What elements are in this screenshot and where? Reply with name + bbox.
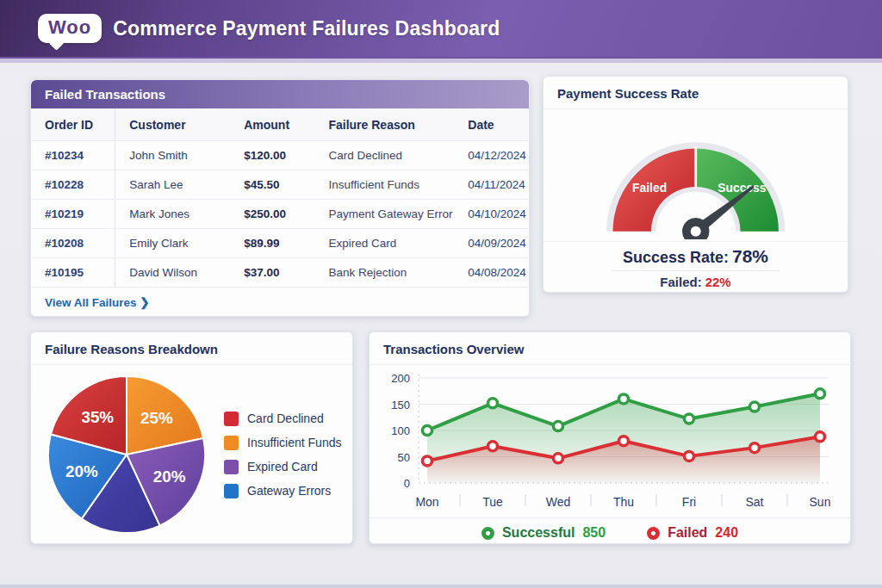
failed-rate-label: Failed: [660,275,701,289]
y-tick-label: 50 [398,451,410,464]
legend-label: Insufficient Funds [247,436,341,449]
pie-legend-item: Card Declined [224,412,341,426]
failure-reason-cell: Insufficient Funds [314,178,454,191]
failed-legend-dot [647,527,660,540]
column-header-amount: Amount [230,118,314,132]
amount-cell: $250.00 [230,207,314,220]
pie-legend-item: Gateway Errors [224,484,341,498]
gauge-needle-hub-center [690,226,700,237]
pie-slice-label: 35% [81,408,114,426]
y-tick-label: 0 [404,477,410,490]
legend-label: Expired Card [247,460,318,473]
failed-legend-value: 240 [715,525,738,541]
pie-legend-item: Insufficient Funds [224,436,341,450]
x-tick-label: Thu [613,495,634,509]
failed-rate-value: 22% [705,275,731,289]
view-all-failures-link[interactable]: View All Failures ❯ [31,288,529,317]
successful-legend-value: 850 [582,525,606,541]
pie-content: 25%20%20%35% Card DeclinedInsufficient F… [31,365,352,540]
y-tick-label: 100 [391,424,410,437]
legend-swatch [224,460,239,474]
column-header-customer: Customer [115,118,230,132]
successful-legend-label: Successful [502,525,575,541]
line-chart-legend: Successful 850 Failed 240 [370,517,850,541]
successful-legend-dot [481,527,494,540]
x-tick-label: Tue [482,495,503,509]
pie-panel-title: Failure Reasons Breakdown [31,332,352,365]
x-tick-label: Sat [745,495,763,509]
failed-rate-readout: Failed:22% [543,275,848,289]
data-point-marker [685,451,694,461]
legend-label: Gateway Errors [247,484,331,498]
date-cell: 04/12/2024 [454,149,529,162]
pie-chart-svg: 25%20%20%35% [41,369,212,540]
data-point-marker [816,432,825,442]
amount-cell: $37.00 [230,266,314,279]
amount-cell: $120.00 [230,149,314,162]
x-tick-label: Wed [546,495,571,509]
data-point-marker [750,402,760,412]
data-point-marker [619,394,629,404]
transactions-body: #10234John Smith$120.00Card Declined04/1… [31,141,529,288]
failure-reason-cell: Card Declined [314,149,454,162]
pie-legend: Card DeclinedInsufficient FundsExpired C… [224,412,341,498]
pie-slice-label: 25% [140,409,173,427]
legend-swatch [224,412,239,426]
customer-cell: Mark Jones [115,207,230,220]
header-divider-light [0,59,882,63]
gauge-chart: Failed Success [576,112,816,239]
pie-slice-label: 20% [65,462,98,480]
legend-swatch [224,484,239,498]
gauge-success-label: Success [717,181,767,195]
date-cell: 04/11/2024 [454,178,529,191]
table-row: #10234John Smith$120.00Card Declined04/1… [31,141,529,170]
pie-slice-label: 20% [153,467,186,486]
x-tick-label: Sun [810,495,831,509]
data-point-marker [816,389,825,399]
order-id-cell: #10208 [31,229,115,257]
order-id-cell: #10228 [31,170,115,199]
order-id-cell: #10195 [31,258,115,287]
gauge-failed-label: Failed [632,181,667,195]
customer-cell: David Wilson [115,266,230,279]
legend-swatch [224,436,239,450]
customer-cell: Emily Clark [115,237,230,250]
x-tick-label: Mon [415,495,438,509]
amount-cell: $45.50 [230,178,314,191]
table-row: #10228Sarah Lee$45.50Insufficient Funds0… [31,170,529,200]
app-header: Woo Commerce Payment Failures Dashboard [0,0,882,57]
data-point-marker [554,422,563,431]
customer-cell: Sarah Lee [115,178,230,191]
data-point-marker [750,443,760,453]
legend-item-successful: Successful 850 [481,525,606,541]
table-header-row: Order ID Customer Amount Failure Reason … [31,108,529,141]
order-id-cell: #10234 [31,141,115,170]
failure-reasons-panel: Failure Reasons Breakdown 25%20%20%35% C… [30,331,353,544]
success-rate-value: 78% [732,246,768,266]
data-point-marker [423,456,432,466]
failure-reason-cell: Payment Gateway Error [314,207,454,220]
woo-logo: Woo [38,14,102,43]
data-point-marker [488,399,498,408]
date-cell: 04/10/2024 [454,207,529,220]
x-tick-label: Fri [682,495,696,509]
page-title: Commerce Payment Failures Dashboard [113,17,500,40]
y-tick-label: 200 [391,372,410,385]
order-id-cell: #10219 [31,200,115,228]
line-chart-svg: 050100150200MonTueWedThuFriSatSun [377,368,842,516]
legend-item-failed: Failed 240 [647,525,738,541]
data-point-marker [554,454,563,463]
y-tick-label: 150 [391,399,410,412]
table-row: #10208Emily Clark$89.99Expired Card04/09… [31,229,529,258]
data-point-marker [488,442,498,451]
data-point-marker [423,426,432,436]
pie-legend-item: Expired Card [224,460,341,474]
amount-cell: $89.99 [230,237,314,250]
data-point-marker [685,414,694,424]
column-header-order-id: Order ID [31,108,115,140]
failure-reason-cell: Expired Card [314,237,454,250]
failed-legend-label: Failed [668,525,707,541]
date-cell: 04/09/2024 [454,237,529,250]
page-bottom-edge [0,585,882,588]
payment-success-rate-panel: Payment Success Rate Failed Success Succ… [543,76,848,293]
